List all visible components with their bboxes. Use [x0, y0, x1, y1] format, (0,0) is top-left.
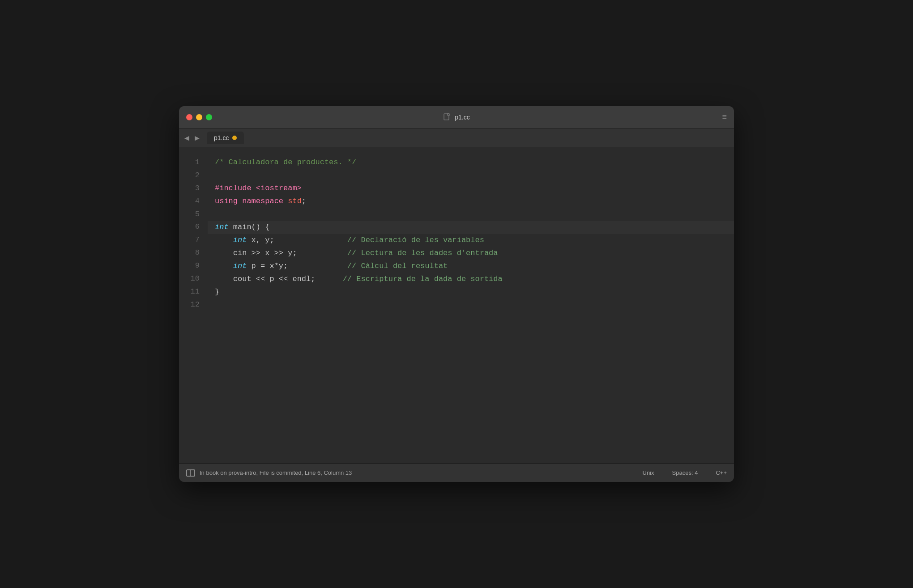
- menu-button[interactable]: ≡: [722, 112, 727, 122]
- line-num-6: 6: [179, 221, 206, 234]
- code-token: x, y;: [247, 234, 347, 247]
- status-spaces[interactable]: Spaces: 4: [672, 469, 698, 476]
- code-token: cin >> x >> y;: [215, 247, 347, 260]
- minimize-button[interactable]: [196, 114, 202, 120]
- line-num-8: 8: [179, 247, 206, 260]
- line-numbers: 1 2 3 4 5 6 7 8 9 10 11 12: [179, 147, 206, 463]
- code-line-3: #include <iostream>: [208, 182, 734, 195]
- code-line-5: [208, 208, 734, 221]
- line-num-11: 11: [179, 285, 206, 298]
- code-line-1: /* Calculadora de productes. */: [208, 156, 734, 169]
- line-num-7: 7: [179, 234, 206, 247]
- code-token: std: [288, 195, 302, 208]
- forward-button[interactable]: ▶: [193, 133, 201, 142]
- status-line-ending[interactable]: Unix: [643, 469, 654, 476]
- close-button[interactable]: [186, 114, 192, 120]
- code-token: ;: [302, 195, 306, 208]
- editor-area[interactable]: 1 2 3 4 5 6 7 8 9 10 11 12 /* Calculador…: [179, 147, 734, 463]
- code-line-9: int p = x*y; // Càlcul del resultat: [208, 260, 734, 273]
- editor-window: p1.cc ≡ ◀ ▶ p1.cc 1 2 3 4 5 6 7 8 9 10 1…: [179, 106, 734, 482]
- status-bar: In book on prova-intro, File is commited…: [179, 463, 734, 482]
- title-text: p1.cc: [455, 114, 469, 121]
- code-token: #include: [215, 182, 256, 195]
- line-num-12: 12: [179, 298, 206, 311]
- code-token: int: [215, 221, 229, 234]
- code-token: // Lectura de les dades d'entrada: [347, 247, 498, 260]
- code-token: cout << p << endl;: [215, 273, 343, 286]
- code-line-6: int main() {: [208, 221, 734, 234]
- status-book-info: In book on prova-intro, File is commited…: [200, 469, 352, 476]
- code-line-8: cin >> x >> y; // Lectura de les dades d…: [208, 247, 734, 260]
- book-icon: [186, 469, 195, 477]
- code-area[interactable]: /* Calculadora de productes. */ #include…: [206, 147, 734, 463]
- code-token: [215, 260, 233, 273]
- code-token: using: [215, 195, 238, 208]
- line-num-10: 10: [179, 273, 206, 285]
- code-token: [283, 195, 288, 208]
- title-bar: p1.cc ≡: [179, 106, 734, 128]
- code-line-4: using namespace std;: [208, 195, 734, 208]
- line-num-3: 3: [179, 182, 206, 195]
- code-token: [215, 234, 233, 247]
- code-token: // Escriptura de la dada de sortida: [343, 273, 503, 286]
- status-right: Unix Spaces: 4 C++: [643, 469, 727, 476]
- code-line-10: cout << p << endl; // Escriptura de la d…: [208, 273, 734, 286]
- code-token: p = x*y;: [247, 260, 347, 273]
- code-token: [238, 195, 242, 208]
- line-num-9: 9: [179, 260, 206, 273]
- code-token: int: [233, 260, 247, 273]
- tab-label: p1.cc: [214, 134, 229, 141]
- line-num-1: 1: [179, 156, 206, 169]
- line-num-4: 4: [179, 195, 206, 208]
- line-num-5: 5: [179, 208, 206, 221]
- code-line-7: int x, y; // Declaració de les variables: [208, 234, 734, 247]
- code-token: int: [233, 234, 247, 247]
- code-token: main() {: [229, 221, 270, 234]
- status-left: In book on prova-intro, File is commited…: [186, 469, 643, 477]
- status-language[interactable]: C++: [716, 469, 727, 476]
- nav-arrows: ◀ ▶: [183, 133, 201, 142]
- title-filename: p1.cc: [443, 113, 469, 121]
- code-line-2: [208, 169, 734, 182]
- tab-modified-dot: [232, 136, 237, 140]
- code-token: // Càlcul del resultat: [347, 260, 448, 273]
- traffic-lights: [186, 114, 212, 120]
- line-num-2: 2: [179, 169, 206, 182]
- code-token: <iostream>: [256, 182, 302, 195]
- code-token: namespace: [242, 195, 283, 208]
- back-button[interactable]: ◀: [183, 133, 191, 142]
- svg-rect-1: [448, 114, 449, 115]
- code-token: /* Calculadora de productes. */: [215, 156, 356, 169]
- code-line-11: }: [208, 286, 734, 299]
- tab-bar: ◀ ▶ p1.cc: [179, 128, 734, 147]
- code-token: // Declaració de les variables: [347, 234, 484, 247]
- file-icon: [443, 113, 451, 121]
- code-token: }: [215, 286, 219, 299]
- tab-p1cc[interactable]: p1.cc: [207, 132, 244, 144]
- code-line-12: [208, 299, 734, 312]
- maximize-button[interactable]: [206, 114, 212, 120]
